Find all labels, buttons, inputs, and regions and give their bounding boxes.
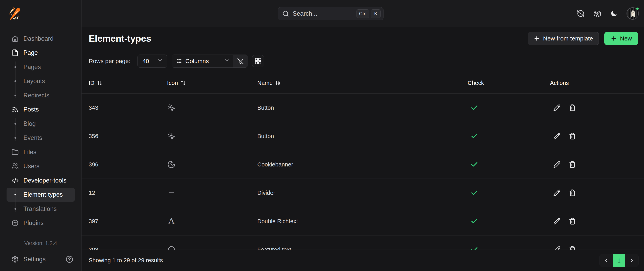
- next-page-button[interactable]: [625, 254, 638, 267]
- pencil-icon: [553, 218, 560, 225]
- cell-id: 398: [89, 246, 167, 250]
- chevron-down-icon: [157, 57, 163, 65]
- pagination: 1: [600, 254, 638, 267]
- edit-button[interactable]: [553, 246, 561, 250]
- chevron-left-icon: [603, 258, 609, 264]
- sidebar-item-dashboard[interactable]: Dashboard: [6, 32, 75, 46]
- edit-button[interactable]: [553, 132, 561, 140]
- cell-actions: [550, 161, 638, 168]
- results-summary: Showing 1 to 29 of 29 results: [89, 257, 163, 264]
- sidebar-item-redirects[interactable]: Redirects: [6, 88, 75, 102]
- grid-view-button[interactable]: [252, 55, 264, 67]
- table-controls: Rows per page: 40 Columns: [82, 50, 644, 72]
- sidebar-item-element-types[interactable]: Element-types: [6, 188, 75, 202]
- sidebar-nav: Dashboard Page Pages: [0, 27, 81, 230]
- settings-label: Settings: [24, 256, 46, 263]
- app-logo[interactable]: [0, 0, 81, 27]
- app-root: Dashboard Page Pages: [0, 0, 644, 271]
- tree-line: [15, 88, 16, 98]
- trash-icon: [569, 161, 576, 168]
- table-row: 12 Divider: [82, 179, 644, 207]
- sidebar-item-translations[interactable]: Translations: [6, 202, 75, 216]
- delete-button[interactable]: [568, 218, 576, 225]
- sidebar-item-users[interactable]: Users: [6, 159, 75, 174]
- search-input[interactable]: Search... Ctrl K: [278, 7, 384, 20]
- sidebar-item-blog[interactable]: Blog: [6, 117, 75, 131]
- column-header-id[interactable]: ID: [89, 80, 167, 86]
- delete-button[interactable]: [568, 246, 576, 250]
- sort-updown-icon[interactable]: [97, 80, 103, 86]
- table-body: 343 Button: [82, 94, 644, 250]
- columns-select[interactable]: Columns: [172, 57, 233, 65]
- sort-updown-icon[interactable]: [180, 80, 186, 86]
- edit-button[interactable]: [553, 104, 561, 112]
- header-actions: New from template New: [528, 32, 638, 45]
- users-icon: [11, 162, 19, 170]
- moon-icon[interactable]: [610, 9, 618, 18]
- column-header-check[interactable]: Check: [468, 80, 550, 86]
- cookie-icon: [167, 160, 176, 169]
- delete-button[interactable]: [568, 132, 576, 140]
- broadcast-icon[interactable]: [593, 9, 602, 18]
- check-icon: [470, 189, 478, 197]
- bullet-dot-icon: [14, 95, 16, 96]
- tree-line: [15, 118, 16, 131]
- trash-icon: [569, 104, 576, 111]
- edit-button[interactable]: [553, 161, 561, 168]
- cell-name: Button: [257, 133, 468, 140]
- sort-az-icon[interactable]: [275, 80, 281, 86]
- plus-icon: [534, 35, 540, 42]
- edit-button[interactable]: [553, 189, 561, 196]
- pencil-icon: [553, 161, 560, 168]
- comet-logo-icon: [7, 5, 24, 22]
- sync-icon[interactable]: [576, 9, 585, 18]
- filter-off-icon: [237, 58, 244, 65]
- delete-button[interactable]: [568, 104, 576, 112]
- help-icon[interactable]: [66, 256, 73, 263]
- prev-page-button[interactable]: [600, 254, 613, 267]
- sidebar-item-files[interactable]: Files: [6, 145, 75, 159]
- bullet-dot-icon: [14, 208, 16, 210]
- sidebar-item-posts[interactable]: Posts: [6, 102, 75, 117]
- new-button[interactable]: New: [604, 32, 638, 45]
- current-page-button[interactable]: 1: [613, 254, 625, 267]
- trash-icon: [569, 132, 576, 140]
- cell-check: [468, 246, 550, 250]
- cell-actions: [550, 132, 638, 140]
- files-icon: [11, 148, 19, 156]
- posts-icon: [11, 106, 19, 113]
- tree-line: [15, 62, 16, 74]
- sidebar-item-page[interactable]: Page: [6, 46, 75, 60]
- cell-name: Divider: [257, 190, 468, 196]
- sidebar-item-developer-tools[interactable]: Developer-tools: [6, 174, 75, 188]
- minus-icon: [167, 188, 176, 197]
- page-icon: [11, 49, 19, 56]
- sidebar-item-plugins[interactable]: Plugins: [6, 216, 75, 230]
- cell-actions: [550, 189, 638, 196]
- sidebar-footer: Version: 1.2.4 Settings: [0, 240, 81, 271]
- table-header-row: ID Icon Name Check: [82, 72, 644, 94]
- chevron-down-icon: [224, 57, 230, 65]
- new-from-template-button[interactable]: New from template: [528, 32, 599, 45]
- sidebar-item-settings[interactable]: Settings: [6, 252, 75, 266]
- rows-per-page-select[interactable]: 40: [138, 54, 167, 68]
- column-header-actions[interactable]: Actions: [550, 80, 638, 86]
- trash-icon: [569, 218, 576, 225]
- code-icon: [11, 177, 19, 184]
- clear-filters-button[interactable]: [233, 55, 248, 68]
- pencil-icon: [553, 246, 560, 250]
- sidebar-item-layouts[interactable]: Layouts: [6, 74, 75, 88]
- edit-button[interactable]: [553, 218, 561, 225]
- cell-check: [468, 104, 550, 112]
- sidebar-item-events[interactable]: Events: [6, 131, 75, 145]
- sidebar-item-pages[interactable]: Pages: [6, 60, 75, 74]
- delete-button[interactable]: [568, 189, 576, 196]
- page-header: Element-types New from template New: [82, 27, 644, 50]
- cell-id: 12: [89, 190, 167, 196]
- table-row: 397 A Double Richtext: [82, 207, 644, 236]
- delete-button[interactable]: [568, 161, 576, 168]
- column-header-icon[interactable]: Icon: [167, 80, 257, 86]
- version-label: Version: 1.2.4: [0, 240, 81, 246]
- user-avatar[interactable]: [626, 7, 639, 20]
- column-header-name[interactable]: Name: [257, 80, 468, 86]
